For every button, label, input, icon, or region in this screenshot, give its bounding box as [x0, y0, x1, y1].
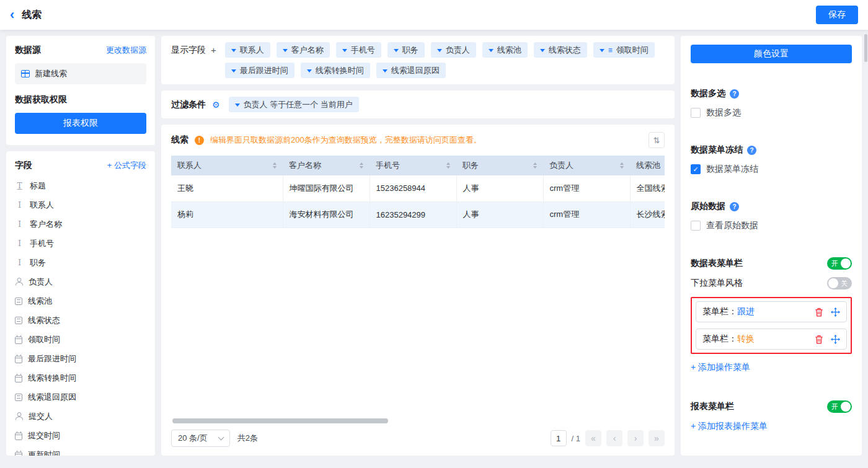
chip-label: 手机号 — [351, 45, 375, 56]
field-item[interactable]: 手机号 — [15, 234, 146, 253]
next-page-button[interactable]: › — [627, 430, 644, 446]
column-header[interactable]: 手机号 — [370, 156, 456, 175]
dropdown-style-toggle[interactable]: 关 — [827, 277, 852, 289]
display-field-chip[interactable]: 客户名称 — [277, 42, 330, 58]
scrollbar-thumb[interactable] — [172, 418, 388, 423]
table-menu-toggle[interactable]: 开 — [827, 257, 852, 270]
preview-notice: 编辑界面只取数据源前200条作为查询数据预览，完整数据请访问页面查看。 — [210, 135, 482, 146]
display-field-chip[interactable]: 职务 — [388, 42, 425, 58]
field-item[interactable]: 提交时间 — [15, 426, 146, 445]
datasource-item[interactable]: 新建线索 — [15, 63, 146, 84]
field-item[interactable]: 标题 — [15, 176, 146, 195]
column-header[interactable]: 客户名称 — [283, 156, 370, 175]
chip-label: 线索状态 — [549, 45, 581, 56]
page-size-select[interactable]: 20 条/页 — [171, 430, 230, 447]
display-field-chip[interactable]: 最后跟进时间 — [225, 63, 294, 78]
toggle-knob — [841, 402, 851, 412]
table-icon — [21, 70, 30, 77]
chip-label: 线索池 — [497, 45, 521, 56]
trash-icon[interactable] — [815, 335, 823, 344]
first-page-button[interactable]: « — [585, 430, 601, 446]
display-field-chip[interactable]: ≡领取时间 — [593, 42, 655, 58]
text-icon — [15, 220, 24, 229]
chevron-down-icon — [342, 49, 347, 52]
field-item[interactable]: 更新时间 — [15, 445, 146, 456]
gear-icon[interactable]: ⚙ — [212, 100, 220, 109]
field-item[interactable]: 提交人 — [15, 407, 146, 426]
filter-condition-chip[interactable]: 负责人 等于任意一个 当前用户 — [229, 97, 359, 112]
menu-freeze-checkbox[interactable]: ✓ — [691, 164, 701, 174]
column-header[interactable]: 负责人 — [543, 156, 630, 175]
display-field-chip[interactable]: 线索退回原因 — [376, 63, 446, 78]
chevron-down-icon — [235, 104, 240, 107]
field-label: 职务 — [30, 257, 46, 268]
add-display-field-button[interactable]: + — [211, 45, 216, 55]
menu-item-row[interactable]: 菜单栏： 跟进 — [696, 301, 847, 322]
field-label: 手机号 — [30, 238, 54, 249]
display-field-chip[interactable]: 手机号 — [336, 42, 381, 58]
chip-label: 线索转换时间 — [316, 65, 364, 76]
help-icon[interactable]: ? — [730, 202, 739, 211]
column-header[interactable]: 职务 — [456, 156, 543, 175]
field-item[interactable]: 线索池 — [15, 291, 146, 311]
change-datasource-link[interactable]: 更改数据源 — [106, 45, 146, 56]
column-header[interactable]: 联系人 — [171, 156, 283, 175]
date-icon — [15, 375, 22, 382]
field-item[interactable]: 最后跟进时间 — [15, 349, 146, 368]
trash-icon[interactable] — [815, 307, 823, 317]
display-field-chip[interactable]: 联系人 — [225, 42, 270, 58]
horizontal-scrollbar — [172, 418, 663, 423]
report-menu-toggle[interactable]: 开 — [827, 400, 852, 413]
formula-field-link[interactable]: + 公式字段 — [107, 160, 146, 171]
field-item[interactable]: 负责人 — [15, 272, 146, 291]
sort-toggle-button[interactable]: ⇅ — [649, 132, 665, 148]
chevron-down-icon — [383, 69, 388, 73]
add-operation-menu-link[interactable]: + 添加操作菜单 — [691, 362, 750, 373]
display-field-chip[interactable]: 线索转换时间 — [301, 63, 370, 78]
back-icon[interactable]: ‹ — [10, 8, 14, 22]
menu-item-row[interactable]: 菜单栏： 转换 — [696, 329, 847, 350]
help-icon[interactable]: ? — [747, 146, 756, 155]
preview-title: 线索 — [171, 135, 188, 146]
select-icon — [15, 394, 22, 401]
move-icon[interactable] — [831, 335, 840, 344]
column-label: 手机号 — [376, 160, 400, 171]
help-icon[interactable]: ? — [730, 89, 739, 99]
page-total: / 1 — [572, 434, 580, 443]
raw-data-title: 原始数据 — [691, 201, 725, 212]
sort-arrows-icon — [533, 162, 537, 169]
field-item[interactable]: 职务 — [15, 253, 146, 272]
column-header[interactable]: 线索池 — [630, 156, 665, 175]
display-fields-panel: 显示字段 + 联系人 客户名称 手机号 职务 负责人 线索池 线索状态 ≡领取时… — [161, 36, 675, 84]
field-item[interactable]: 客户名称 — [15, 214, 146, 234]
table-cell: 坤曜国际有限公司 — [283, 175, 370, 201]
datasource-panel: 数据源 更改数据源 新建线索 数据获取权限 报表权限 — [6, 36, 155, 145]
save-button[interactable]: 保存 — [816, 6, 858, 24]
vertical-scrollbar-thumb[interactable] — [864, 34, 867, 62]
field-item[interactable]: 线索状态 — [15, 311, 146, 330]
report-permission-button[interactable]: 报表权限 — [15, 113, 146, 134]
color-settings-button[interactable]: 颜色设置 — [691, 45, 852, 63]
field-item[interactable]: 线索转换时间 — [15, 368, 146, 387]
filter-label: 过滤条件 — [171, 99, 206, 110]
multi-select-checkbox[interactable] — [691, 108, 701, 118]
page-size-value: 20 条/页 — [178, 433, 208, 444]
text-icon — [15, 239, 24, 248]
menu-item-prefix: 菜单栏： — [702, 333, 737, 345]
field-label: 提交时间 — [28, 430, 60, 441]
raw-data-checkbox[interactable] — [691, 221, 701, 231]
move-icon[interactable] — [831, 307, 840, 317]
add-report-menu-link[interactable]: + 添加报表操作菜单 — [691, 421, 768, 432]
field-item[interactable]: 联系人 — [15, 195, 146, 214]
field-item[interactable]: 领取时间 — [15, 330, 146, 349]
display-field-chip[interactable]: 线索池 — [482, 42, 528, 58]
last-page-button[interactable]: » — [649, 430, 665, 446]
field-item[interactable]: 线索退回原因 — [15, 387, 146, 407]
display-field-chip[interactable]: 线索状态 — [534, 42, 587, 58]
column-label: 联系人 — [177, 160, 202, 171]
display-field-chip[interactable]: 负责人 — [431, 42, 476, 58]
prev-page-button[interactable]: ‹ — [606, 430, 622, 446]
table-header-row: 联系人 客户名称 手机号 职务 负责人 线索池 — [171, 156, 665, 175]
page-number-input[interactable]: 1 — [551, 430, 567, 446]
field-label: 最后跟进时间 — [28, 353, 76, 364]
